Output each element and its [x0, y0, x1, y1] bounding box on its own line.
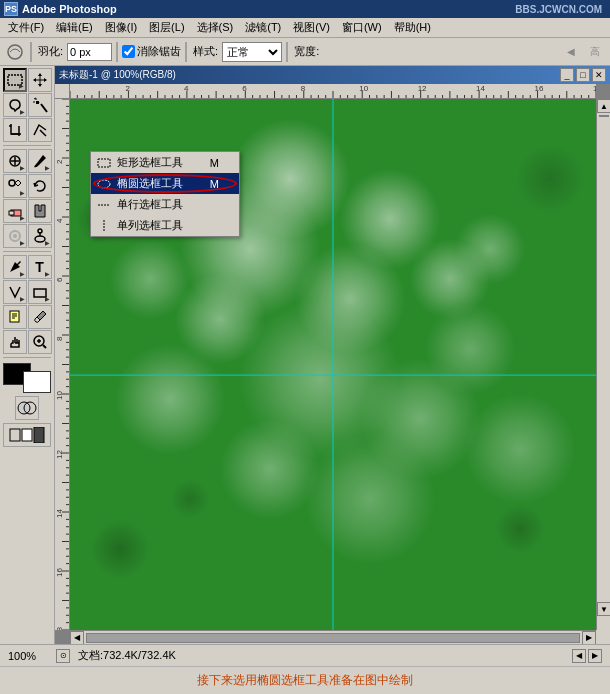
- width-label: 宽度:: [294, 44, 319, 59]
- scrollbar-corner: [596, 630, 610, 644]
- slice-tool-btn[interactable]: [28, 118, 52, 142]
- nav-buttons: ◀ ▶: [572, 649, 602, 663]
- ruler-corner: [55, 84, 70, 99]
- zoom-icon[interactable]: ⊙: [56, 649, 70, 663]
- brush-tool-btn[interactable]: ▶: [28, 149, 52, 173]
- tool-row-5: ▶: [3, 174, 52, 198]
- document-controls: _ □ ✕: [560, 68, 606, 82]
- svg-rect-30: [98, 159, 110, 167]
- title-bar: PS Adobe Photoshop BBS.JCWCN.COM: [0, 0, 610, 18]
- color-selector[interactable]: [3, 363, 51, 393]
- clone-tool-btn[interactable]: ▶: [3, 174, 27, 198]
- antialias-label: 消除锯齿: [137, 44, 181, 59]
- zoom-tool-btn[interactable]: [28, 330, 52, 354]
- ctx-item-rect[interactable]: 矩形选框工具 M: [91, 152, 239, 173]
- options-toolbar: 羽化: 消除锯齿 样式: 正常 固定长宽比 固定大小 宽度: ◀ 高: [0, 38, 610, 66]
- notes-tool-btn[interactable]: [3, 305, 27, 329]
- scroll-thumb-v[interactable]: [599, 115, 609, 117]
- forward-button[interactable]: 高: [584, 41, 606, 63]
- separator-2: [116, 42, 118, 62]
- file-info: 文档:732.4K/732.4K: [78, 648, 564, 663]
- ctx-item-ellipse-label: 椭圆选框工具: [117, 176, 183, 191]
- separator-1: [30, 42, 32, 62]
- type-tool-btn[interactable]: T ▶: [28, 255, 52, 279]
- screen-mode-btn[interactable]: [3, 423, 51, 447]
- doc-maximize-btn[interactable]: □: [576, 68, 590, 82]
- ctx-item-rect-shortcut: M: [198, 157, 219, 169]
- tool-preset-picker[interactable]: [4, 41, 26, 63]
- shape-tool-btn[interactable]: ▶: [28, 280, 52, 304]
- tool-row-6: ▶: [3, 199, 52, 223]
- tool-row-4: ▶ ▶: [3, 149, 52, 173]
- scrollbar-bottom[interactable]: ◀ ▶: [70, 630, 596, 644]
- type-icon: T: [35, 259, 44, 275]
- tool-row-2: ▶: [3, 93, 52, 117]
- heal-tool-btn[interactable]: ▶: [3, 149, 27, 173]
- menu-view[interactable]: 视图(V): [287, 18, 336, 37]
- tool-sep-1: [3, 145, 51, 146]
- ctx-item-ellipse[interactable]: 椭圆选框工具 M: [91, 173, 239, 194]
- scrollbar-right[interactable]: ▲ ▼: [596, 99, 610, 630]
- context-menu: 矩形选框工具 M 椭圆选框工具 M 单行选框工具: [90, 151, 240, 237]
- separator-3: [185, 42, 187, 62]
- app-title: Adobe Photoshop: [22, 3, 515, 15]
- menu-select[interactable]: 选择(S): [191, 18, 240, 37]
- menu-filter[interactable]: 滤镜(T): [239, 18, 287, 37]
- antialias-check[interactable]: 消除锯齿: [122, 44, 181, 59]
- lasso-tool-btn[interactable]: ▶: [3, 93, 27, 117]
- scroll-up-btn[interactable]: ▲: [597, 99, 610, 113]
- blur-tool-btn[interactable]: ▶: [3, 224, 27, 248]
- quick-mask-btn[interactable]: [15, 396, 39, 420]
- menu-image[interactable]: 图像(I): [99, 18, 143, 37]
- menu-layer[interactable]: 图层(L): [143, 18, 190, 37]
- background-color[interactable]: [23, 371, 51, 393]
- ctx-item-single-row-label: 单行选框工具: [117, 197, 183, 212]
- nav-left-btn[interactable]: ◀: [572, 649, 586, 663]
- svg-point-15: [38, 229, 42, 233]
- ctx-item-single-col[interactable]: 单列选框工具: [91, 215, 239, 236]
- menu-file[interactable]: 文件(F): [2, 18, 50, 37]
- scroll-right-btn[interactable]: ▶: [582, 631, 596, 645]
- tool-row-8: ▶ T ▶: [3, 255, 52, 279]
- crop-tool-btn[interactable]: [3, 118, 27, 142]
- tool-row-3: [3, 118, 52, 142]
- svg-line-22: [43, 345, 46, 348]
- tool-row-10: [3, 305, 52, 329]
- style-select[interactable]: 正常 固定长宽比 固定大小: [222, 42, 282, 62]
- path-tool-btn[interactable]: ▶: [3, 280, 27, 304]
- nav-right-btn[interactable]: ▶: [588, 649, 602, 663]
- svg-rect-29: [34, 427, 44, 443]
- menu-window[interactable]: 窗口(W): [336, 18, 388, 37]
- menu-edit[interactable]: 编辑(E): [50, 18, 99, 37]
- fill-tool-btn[interactable]: [28, 199, 52, 223]
- main-area: ▶ ▶ ▶: [0, 66, 610, 644]
- svg-point-12: [13, 234, 17, 238]
- pen-tool-btn[interactable]: ▶: [3, 255, 27, 279]
- tool-row-11: [3, 330, 52, 354]
- eyedropper-tool-btn[interactable]: [28, 305, 52, 329]
- wand-tool-btn[interactable]: [28, 93, 52, 117]
- ctx-item-single-row[interactable]: 单行选框工具: [91, 194, 239, 215]
- doc-close-btn[interactable]: ✕: [592, 68, 606, 82]
- scroll-down-btn[interactable]: ▼: [597, 602, 610, 616]
- hand-tool-btn[interactable]: [3, 330, 27, 354]
- tool-sep-2: [3, 251, 51, 252]
- scroll-left-btn[interactable]: ◀: [70, 631, 84, 645]
- history-tool-btn[interactable]: [28, 174, 52, 198]
- scroll-thumb-h[interactable]: [86, 633, 580, 643]
- status-bar: 100% ⊙ 文档:732.4K/732.4K ◀ ▶: [0, 644, 610, 666]
- feather-input[interactable]: [67, 43, 112, 61]
- doc-minimize-btn[interactable]: _: [560, 68, 574, 82]
- menu-help[interactable]: 帮助(H): [388, 18, 437, 37]
- svg-point-31: [98, 180, 110, 188]
- move-tool-btn[interactable]: [28, 68, 52, 92]
- back-button[interactable]: ◀: [560, 41, 582, 63]
- dodge-tool-btn[interactable]: ▶: [28, 224, 52, 248]
- eraser-tool-btn[interactable]: ▶: [3, 199, 27, 223]
- style-label: 样式:: [193, 44, 218, 59]
- svg-rect-28: [22, 429, 32, 441]
- bottom-instruction: 接下来选用椭圆选框工具准备在图中绘制: [0, 666, 610, 694]
- left-toolbar: ▶ ▶ ▶: [0, 66, 55, 644]
- marquee-tool-btn[interactable]: ▶: [3, 68, 27, 92]
- rect-marquee-icon: [95, 154, 113, 172]
